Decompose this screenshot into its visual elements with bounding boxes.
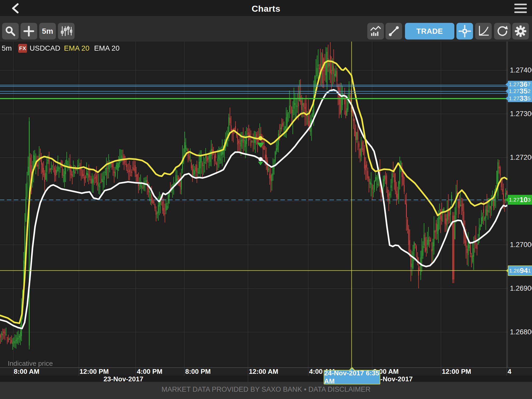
time-grid-divider — [308, 368, 308, 376]
time-axis-label: 4:00 PM — [137, 368, 162, 376]
time-grid-divider — [507, 368, 507, 376]
menu-icon[interactable] — [514, 4, 527, 13]
time-grid-divider — [248, 368, 248, 376]
legend-interval: 5m — [0, 44, 14, 52]
search-button[interactable] — [2, 23, 19, 39]
chart-area: 5m FX USDCAD EMA 20 EMA 20 1.274001.2730… — [0, 42, 532, 367]
crosshair-icon — [458, 25, 471, 37]
time-axis-label: 8:00 PM — [185, 368, 211, 376]
asset-class-badge: FX — [18, 44, 27, 53]
price-axis-label: 1.26800 — [510, 328, 532, 336]
time-grid-divider — [441, 368, 441, 376]
time-grid-divider — [136, 368, 136, 376]
gear-icon — [514, 25, 527, 37]
trendline-icon — [388, 25, 400, 37]
interval-button[interactable]: 5m — [39, 23, 56, 39]
page-title: Charts — [0, 4, 532, 14]
time-axis-label: 12:00 PM — [442, 368, 471, 376]
refresh-button[interactable] — [494, 23, 511, 39]
charts-app: Charts 5m — [0, 0, 532, 399]
refresh-icon — [496, 25, 508, 37]
chart-legend: 5m FX USDCAD EMA 20 EMA 20 — [0, 44, 119, 53]
price-tag-1.27335: 1.27335 — [508, 95, 532, 102]
time-axis-label: 8:00 AM — [14, 368, 39, 376]
trade-button[interactable]: TRADE — [405, 23, 454, 39]
price-axis-label: 1.27400 — [510, 66, 532, 74]
chart-type-icon — [370, 25, 382, 37]
axes-curve-icon — [477, 25, 489, 37]
time-axis[interactable]: 8:00 AM12:00 PM4:00 PM8:00 PM12:00 AM4:0… — [0, 367, 532, 376]
plus-icon — [23, 25, 35, 37]
time-axis-label: 12:00 PM — [79, 368, 109, 376]
chart-type-button[interactable] — [367, 23, 384, 39]
interval-label: 5m — [42, 27, 53, 36]
price-axis-label: 1.27300 — [510, 110, 532, 118]
price-axis-label: 1.27200 — [510, 154, 532, 162]
time-axis-label: 12:00 AM — [249, 368, 278, 376]
top-bar: Charts — [0, 0, 532, 16]
date-grid-divider — [248, 376, 248, 382]
date-axis: 23-Nov-201724-Nov-2017 — [0, 376, 532, 382]
settings-button[interactable] — [512, 23, 529, 39]
time-axis-label: 4 — [508, 368, 511, 376]
price-chart-canvas[interactable] — [0, 42, 507, 367]
price-tag-1.26941: 1.26941 — [508, 265, 532, 276]
time-grid-divider — [79, 368, 79, 376]
price-tag-1.27103: 1.27103 — [508, 195, 532, 205]
crosshair-date-tooltip: 24-Nov-2017 6:35 AM — [324, 370, 380, 384]
indicator-sliders-icon — [60, 25, 72, 37]
legend-indicator-ema-yellow[interactable]: EMA 20 — [64, 44, 89, 52]
indicators-button[interactable] — [58, 23, 75, 39]
price-axis-label: 1.27000 — [510, 241, 532, 249]
price-axis-label: 1.26900 — [510, 284, 532, 292]
add-instrument-button[interactable] — [21, 23, 37, 39]
trendline-button[interactable] — [385, 23, 402, 39]
footer-bar: MARKET DATA PROVIDED BY SAXO BANK • DATA… — [0, 382, 532, 399]
time-grid-divider — [13, 368, 14, 376]
legend-symbol[interactable]: USDCAD — [30, 44, 60, 52]
chart-toolbar: 5m — [0, 16, 532, 42]
indicative-price-watermark: Indicative price — [8, 360, 53, 368]
search-icon — [4, 25, 16, 37]
crosshair-button[interactable] — [456, 23, 473, 39]
chart-axes-button[interactable] — [475, 23, 492, 39]
time-grid-divider — [184, 368, 184, 376]
crosshair-date-text: 24-Nov-2017 6:35 AM — [324, 369, 380, 385]
legend-indicator-ema-white[interactable]: EMA 20 — [94, 44, 119, 52]
footer-disclaimer[interactable]: MARKET DATA PROVIDED BY SAXO BANK • DATA… — [0, 385, 532, 394]
price-tag-1.27352: 1.27352 — [508, 88, 532, 95]
